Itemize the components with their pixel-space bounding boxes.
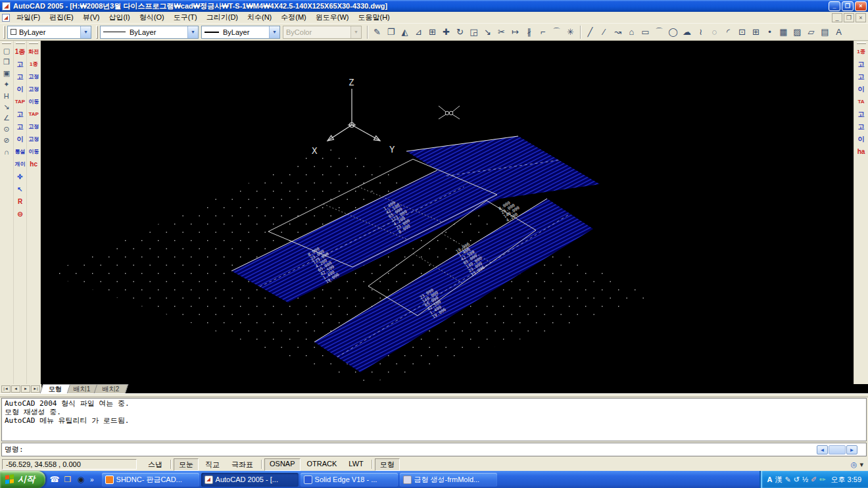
custom-tool-button[interactable]: 이	[855, 133, 867, 145]
toolbar-grip[interactable]	[16, 42, 25, 44]
dim-diameter-icon[interactable]: ⊙	[0, 124, 12, 135]
last-tab-button[interactable]: ►|	[31, 385, 40, 393]
custom-tool-button[interactable]: 이	[14, 133, 26, 145]
mdi-minimize-button[interactable]: _	[832, 13, 842, 22]
close-button[interactable]: ×	[855, 1, 867, 11]
color-control[interactable]: ByLayer ▼	[7, 26, 91, 39]
dim-angular-icon[interactable]: ∠	[0, 112, 12, 124]
polygon-icon[interactable]: ⌂	[625, 25, 639, 39]
command-hscrollbar[interactable]: ◄ ►	[817, 445, 857, 454]
dim-linear-icon[interactable]: H	[0, 90, 12, 101]
construction-line-icon[interactable]: ∕	[597, 25, 611, 39]
chamfer-icon[interactable]: ⌐	[536, 25, 550, 39]
custom-tool-button[interactable]: 고정	[28, 120, 40, 133]
task-mold-gen[interactable]: 금형 생성-frmMold...	[400, 473, 497, 487]
toolbar-grip[interactable]	[96, 26, 98, 39]
scroll-thumb[interactable]	[829, 445, 846, 454]
custom-tool-button[interactable]: TAP	[28, 108, 40, 120]
prev-tab-button[interactable]: ◄	[11, 385, 20, 393]
polyline-icon[interactable]: ↝	[611, 25, 625, 39]
quick-launch-overflow-icon[interactable]: »	[89, 476, 95, 483]
custom-tool-button[interactable]: 1종	[855, 45, 867, 58]
custom-tool-button[interactable]: 화전	[28, 45, 40, 58]
custom-tool-button[interactable]: 이동	[28, 95, 40, 108]
menu-tools[interactable]: 도구(T)	[169, 11, 202, 24]
revcloud-icon[interactable]: ☁	[680, 25, 694, 39]
circle-icon[interactable]: ◯	[666, 25, 680, 39]
mtext-icon[interactable]: A	[832, 25, 846, 39]
spline-icon[interactable]: ≀	[694, 25, 708, 39]
clock[interactable]: 오후 3:59	[831, 475, 861, 485]
custom-tool-button[interactable]: 이동	[28, 145, 40, 158]
table-icon[interactable]: ▤	[818, 25, 832, 39]
tray-sync-icon[interactable]: ↺	[794, 476, 800, 484]
menu-view[interactable]: 뷰(V)	[78, 11, 105, 24]
menu-insert[interactable]: 삽입(I)	[104, 11, 134, 24]
chevron-down-icon[interactable]: ▼	[269, 26, 279, 38]
status-tray-arrow-icon[interactable]: ▾	[859, 460, 863, 469]
tray-pencil-icon[interactable]: ✏	[819, 476, 825, 484]
move-icon[interactable]: ✚	[439, 25, 453, 39]
stretch-icon[interactable]: ↘	[481, 25, 494, 39]
tray-brush-icon[interactable]: ✐	[811, 476, 817, 484]
line-icon[interactable]: ╱	[583, 25, 597, 39]
custom-tool-button[interactable]: 고	[855, 58, 867, 70]
next-tab-button[interactable]: ►	[21, 385, 30, 393]
custom-tool-button[interactable]: hc	[28, 158, 40, 170]
status-model-button[interactable]: 모형	[375, 458, 400, 471]
mirror-icon[interactable]: ◭	[398, 25, 412, 39]
custom-tool-button[interactable]: 1종	[28, 58, 40, 70]
quick-launch-phone-icon[interactable]: ☎	[49, 474, 60, 485]
break-icon[interactable]: ∦	[522, 25, 536, 39]
explode-icon[interactable]: ✳	[564, 25, 577, 39]
toolbar-grip[interactable]	[29, 42, 38, 44]
scale-icon[interactable]: ◲	[467, 25, 481, 39]
make-block-icon[interactable]: ⊞	[749, 25, 763, 39]
key-icon[interactable]: ⊝	[14, 208, 26, 220]
mdi-close-button[interactable]: ×	[856, 13, 866, 22]
toolbar-grip[interactable]	[857, 42, 866, 44]
custom-tool-button[interactable]: 고정	[28, 83, 40, 95]
custom-tool-button[interactable]: 개이	[14, 158, 26, 170]
status-grid-button[interactable]: 모눈	[174, 458, 199, 471]
custom-tool-button[interactable]: 이	[855, 83, 867, 95]
dim-radius-icon[interactable]: ⊘	[0, 135, 12, 146]
toolbar-grip[interactable]	[2, 42, 11, 44]
status-ortho-button[interactable]: 직교	[200, 458, 225, 471]
menu-file[interactable]: 파일(F)	[12, 11, 45, 24]
offset-icon[interactable]: ⊿	[412, 25, 425, 39]
ime-hanja-indicator[interactable]: 漢	[775, 475, 782, 485]
custom-tool-button[interactable]: 고	[14, 108, 26, 120]
extend-icon[interactable]: ↦	[508, 25, 522, 39]
chevron-down-icon[interactable]: ▼	[187, 26, 198, 38]
hatch-icon[interactable]: ▦	[777, 25, 790, 39]
custom-tool-button[interactable]: TAP	[14, 95, 26, 108]
custom-tool-button[interactable]: 통설	[14, 145, 26, 158]
save-file-icon[interactable]: ▣	[0, 68, 12, 79]
scroll-right-icon[interactable]: ►	[846, 445, 857, 454]
quick-launch-folder-icon[interactable]: ❒	[62, 474, 73, 485]
insert-block-icon[interactable]: ⊡	[735, 25, 749, 39]
ellipse-arc-icon[interactable]: ◜	[721, 25, 735, 39]
fillet-icon[interactable]: ⌒	[550, 25, 564, 39]
dim-aligned-icon[interactable]: ↘	[0, 101, 12, 112]
menu-window[interactable]: 윈도우(W)	[311, 11, 354, 24]
array-icon[interactable]: ⊞	[425, 25, 439, 39]
custom-tool-button[interactable]: 고	[855, 70, 867, 83]
status-otrack-button[interactable]: OTRACK	[302, 458, 343, 471]
lineweight-control[interactable]: ByLayer ▼	[201, 26, 280, 39]
rectangle-icon[interactable]: ▭	[639, 25, 652, 39]
custom-tool-button[interactable]: TA	[855, 95, 867, 108]
custom-tool-button[interactable]: 고정	[28, 133, 40, 145]
ellipse-icon[interactable]: ◌	[708, 25, 721, 39]
new-file-icon[interactable]: ▢	[0, 45, 12, 57]
custom-tool-button[interactable]: 고	[14, 120, 26, 133]
command-prompt[interactable]: 명령:	[1, 443, 867, 456]
custom-tool-button[interactable]: ha	[855, 145, 867, 158]
task-shdnc[interactable]: SHDNC- 판금CAD...	[102, 473, 199, 487]
status-polar-button[interactable]: 극좌표	[226, 458, 258, 471]
copy-icon[interactable]: ❐	[384, 25, 398, 39]
communication-center-icon[interactable]: ◎	[851, 460, 857, 469]
gradient-icon[interactable]: ▨	[790, 25, 804, 39]
menu-modify[interactable]: 수정(M)	[276, 11, 311, 24]
